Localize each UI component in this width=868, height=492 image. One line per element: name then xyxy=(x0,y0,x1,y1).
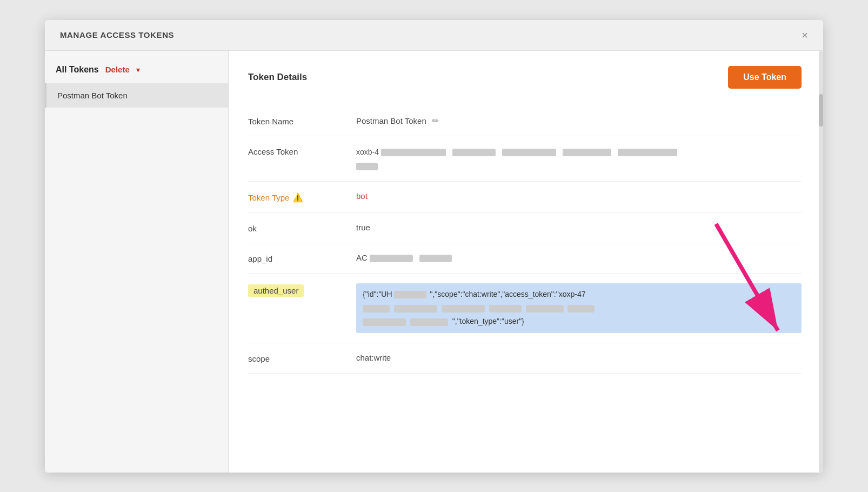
scope-label: scope xyxy=(248,353,356,363)
token-name-text: Postman Bot Token xyxy=(356,116,426,125)
token-type-row: Token Type ⚠️ bot xyxy=(248,182,802,213)
sidebar-item-label: Postman Bot Token xyxy=(57,91,128,100)
use-token-button[interactable]: Use Token xyxy=(728,66,802,89)
authed-user-label: authed_user xyxy=(248,283,356,297)
access-token-value: xoxb-4 xyxy=(356,146,802,172)
scrollbar[interactable] xyxy=(819,51,823,473)
chevron-down-icon[interactable]: ▾ xyxy=(136,65,140,74)
main-content: Token Details Use Token Token Name Postm… xyxy=(229,51,823,473)
token-type-label: Token Type ⚠️ xyxy=(248,191,356,203)
modal-header: MANAGE ACCESS TOKENS × xyxy=(45,20,823,51)
scope-value: chat:write xyxy=(356,353,802,362)
close-icon[interactable]: × xyxy=(802,30,808,41)
sidebar: All Tokens Delete ▾ Postman Bot Token xyxy=(45,51,229,473)
delete-button[interactable]: Delete xyxy=(105,65,130,74)
app-id-value: AC xyxy=(356,253,802,262)
sidebar-list: Postman Bot Token xyxy=(45,83,228,108)
all-tokens-label: All Tokens xyxy=(56,65,99,75)
sidebar-item-postman-bot-token[interactable]: Postman Bot Token xyxy=(45,83,228,108)
token-name-label: Token Name xyxy=(248,116,356,126)
scrollbar-thumb xyxy=(819,94,823,127)
token-name-row: Token Name Postman Bot Token ✏ xyxy=(248,106,802,136)
token-type-value: bot xyxy=(356,191,802,201)
edit-icon[interactable]: ✏ xyxy=(432,116,439,126)
authed-user-highlight: authed_user xyxy=(248,284,304,297)
token-type-label-text: Token Type xyxy=(248,193,289,202)
ok-value: true xyxy=(356,223,802,232)
modal-container: MANAGE ACCESS TOKENS × All Tokens Delete… xyxy=(45,20,823,473)
authed-user-json: {"id":"UH ","scope":"chat:write","access… xyxy=(356,283,802,333)
authed-user-value: {"id":"UH ","scope":"chat:write","access… xyxy=(356,283,802,333)
modal-title: MANAGE ACCESS TOKENS xyxy=(60,30,174,39)
access-token-label: Access Token xyxy=(248,146,356,156)
ok-row: ok true xyxy=(248,213,802,243)
sidebar-toolbar: All Tokens Delete ▾ xyxy=(45,59,228,80)
warning-icon: ⚠️ xyxy=(292,192,303,203)
access-token-row: Access Token xoxb-4 xyxy=(248,136,802,182)
app-id-label: app_id xyxy=(248,253,356,263)
app-id-row: app_id AC xyxy=(248,243,802,274)
authed-user-row: authed_user {"id":"UH ","scope":"chat:wr… xyxy=(248,274,802,343)
modal-body: All Tokens Delete ▾ Postman Bot Token To… xyxy=(45,51,823,473)
token-name-value: Postman Bot Token ✏ xyxy=(356,116,802,126)
section-title: Token Details xyxy=(248,72,307,83)
ok-label: ok xyxy=(248,223,356,233)
main-header: Token Details Use Token xyxy=(248,66,802,89)
scope-row: scope chat:write xyxy=(248,343,802,374)
